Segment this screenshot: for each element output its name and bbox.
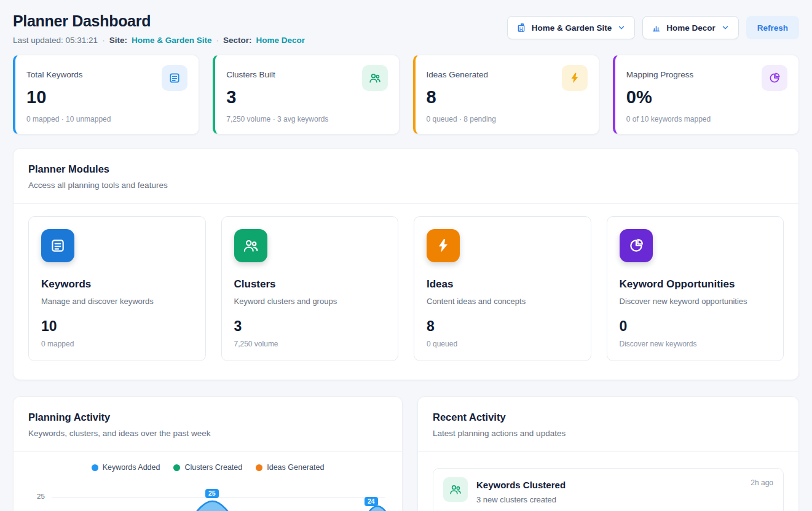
module-title: Clusters	[234, 278, 386, 291]
planner-modules-header: Planner Modules Access all planning tool…	[14, 149, 798, 204]
recent-activity-header: Recent Activity Latest planning actions …	[418, 397, 798, 452]
legend-dot-icon	[173, 464, 180, 471]
sector-link[interactable]: Home Decor	[256, 36, 305, 45]
document-icon	[162, 65, 187, 91]
stat-label: Clusters Built	[226, 65, 275, 79]
section-subtitle: Latest planning actions and updates	[433, 429, 784, 438]
stat-label: Total Keywords	[26, 65, 83, 79]
module-description: Discover new keyword opportunities	[620, 297, 771, 306]
stat-detail: 0 mapped · 10 unmapped	[26, 115, 187, 123]
sector-selector-label: Home Decor	[666, 23, 715, 33]
legend-item-clusters-created: Clusters Created	[173, 463, 242, 472]
legend-item-ideas-generated: Ideas Generated	[256, 463, 324, 472]
data-point-label: 24	[365, 497, 378, 506]
chart-legend: Keywords Added Clusters Created Ideas Ge…	[28, 463, 387, 472]
module-title: Ideas	[427, 278, 578, 291]
refresh-button[interactable]: Refresh	[746, 16, 799, 39]
legend-item-keywords-added: Keywords Added	[92, 463, 160, 472]
module-detail: 0 queued	[427, 340, 578, 348]
bar-chart-icon	[652, 23, 661, 33]
stat-value: 10	[26, 87, 187, 107]
site-selector-label: Home & Garden Site	[532, 23, 612, 33]
chevron-down-icon	[617, 23, 626, 32]
section-title: Planning Activity	[28, 412, 387, 423]
planning-activity-header: Planning Activity Keywords, clusters, an…	[14, 397, 402, 452]
area-chart: 25 25 24	[28, 477, 387, 511]
meta-separator: ·	[102, 36, 105, 45]
keywords-added-area-series	[52, 489, 388, 511]
planning-activity-card: Planning Activity Keywords, clusters, an…	[13, 396, 403, 511]
module-title: Keywords	[41, 278, 193, 291]
legend-label: Ideas Generated	[267, 463, 324, 472]
bottom-row: Planning Activity Keywords, clusters, an…	[13, 396, 799, 511]
recent-activity-card: Recent Activity Latest planning actions …	[417, 396, 799, 511]
module-detail: 7,250 volume	[234, 340, 386, 348]
site-link[interactable]: Home & Garden Site	[132, 36, 212, 45]
stat-card-total-keywords: Total Keywords 10 0 mapped · 10 unmapped	[13, 55, 199, 135]
legend-label: Clusters Created	[184, 463, 242, 472]
page-title: Planner Dashboard	[13, 12, 305, 30]
meta-separator: ·	[216, 36, 219, 45]
activity-text: Keywords Clustered 3 new clusters create…	[476, 477, 742, 504]
y-axis-tick: 25	[37, 493, 45, 500]
module-card-keywords[interactable]: Keywords Manage and discover keywords 10…	[28, 216, 206, 361]
module-value: 8	[427, 318, 578, 335]
module-detail: Discover new keywords	[620, 340, 771, 348]
stat-detail: 7,250 volume · 3 avg keywords	[226, 115, 387, 123]
module-card-clusters[interactable]: Clusters Keyword clusters and groups 3 7…	[221, 216, 399, 361]
stat-detail: 0 of 10 keywords mapped	[626, 115, 787, 123]
stat-label: Mapping Progress	[626, 65, 694, 79]
legend-label: Keywords Added	[103, 463, 160, 472]
stats-row: Total Keywords 10 0 mapped · 10 unmapped…	[13, 55, 799, 135]
module-value: 10	[41, 318, 193, 335]
chevron-down-icon	[721, 23, 730, 32]
module-description: Keyword clusters and groups	[234, 297, 386, 306]
section-subtitle: Access all planning tools and features	[28, 181, 784, 190]
header-actions: Home & Garden Site Home Decor Refresh	[507, 16, 799, 39]
module-grid: Keywords Manage and discover keywords 10…	[28, 216, 784, 361]
module-value: 3	[234, 318, 386, 335]
sector-selector-dropdown[interactable]: Home Decor	[642, 16, 739, 39]
data-point-label: 25	[205, 489, 219, 498]
module-title: Keyword Opportunities	[620, 278, 771, 291]
users-icon	[234, 229, 267, 262]
activity-title: Keywords Clustered	[476, 477, 742, 490]
module-description: Manage and discover keywords	[41, 297, 193, 306]
site-label: Site:	[109, 36, 127, 45]
section-title: Planner Modules	[28, 163, 784, 175]
document-icon	[41, 229, 74, 262]
stat-value: 0%	[626, 87, 787, 107]
module-card-keyword-opportunities[interactable]: Keyword Opportunities Discover new keywo…	[607, 216, 784, 361]
site-selector-dropdown[interactable]: Home & Garden Site	[507, 16, 636, 39]
stat-detail: 0 queued · 8 pending	[427, 115, 588, 123]
module-card-ideas[interactable]: Ideas Content ideas and concepts 8 0 que…	[414, 216, 591, 361]
building-icon	[516, 23, 526, 33]
planner-modules-panel: Planner Modules Access all planning tool…	[13, 148, 799, 380]
pie-chart-icon	[762, 65, 787, 91]
legend-dot-icon	[92, 464, 98, 471]
legend-dot-icon	[256, 464, 262, 471]
stat-value: 3	[226, 87, 387, 107]
stat-card-clusters-built: Clusters Built 3 7,250 volume · 3 avg ke…	[213, 55, 399, 135]
lightning-icon	[562, 65, 588, 91]
stat-card-mapping-progress: Mapping Progress 0% 0 of 10 keywords map…	[613, 55, 799, 135]
stat-card-ideas-generated: Ideas Generated 8 0 queued · 8 pending	[413, 55, 599, 135]
stat-label: Ideas Generated	[427, 65, 489, 79]
stat-value: 8	[427, 87, 588, 107]
users-icon	[443, 477, 468, 502]
users-icon	[362, 65, 388, 91]
header-left: Planner Dashboard Last updated: 05:31:21…	[13, 12, 305, 45]
header-meta: Last updated: 05:31:21 · Site: Home & Ga…	[13, 36, 305, 45]
page-header: Planner Dashboard Last updated: 05:31:21…	[13, 12, 799, 45]
module-value: 0	[620, 318, 771, 335]
section-title: Recent Activity	[433, 412, 784, 423]
lightning-icon	[427, 229, 460, 262]
pie-chart-icon	[620, 229, 653, 262]
last-updated-text: Last updated: 05:31:21	[13, 36, 98, 45]
activity-description: 3 new clusters created	[476, 495, 742, 504]
planner-dashboard-page: Planner Dashboard Last updated: 05:31:21…	[0, 0, 812, 511]
activity-timestamp: 2h ago	[751, 477, 773, 487]
module-description: Content ideas and concepts	[427, 297, 578, 306]
section-subtitle: Keywords, clusters, and ideas over the p…	[28, 429, 387, 438]
activity-list-item: Keywords Clustered 3 new clusters create…	[433, 468, 784, 511]
